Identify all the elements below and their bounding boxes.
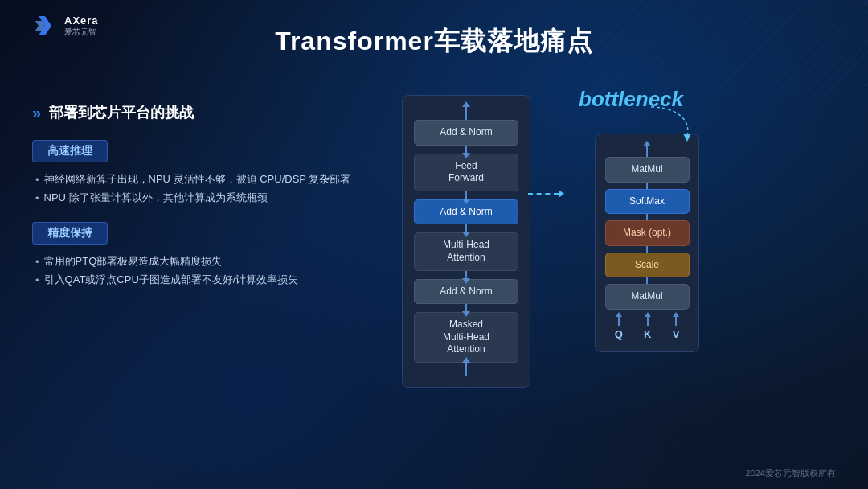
- transformer-diagram-container: Add & Norm FeedForward Add & Norm Mult: [402, 95, 530, 388]
- qkv-row: Q K: [605, 310, 690, 340]
- axera-logo-icon: [32, 13, 58, 39]
- svg-marker-2: [683, 134, 691, 142]
- speed-bullet-1: 神经网络新算子出现，NPU 灵活性不够，被迫 CPU/DSP 复杂部署: [35, 171, 370, 189]
- attn-matmul-1: MatMul: [605, 157, 690, 183]
- v-label: V: [673, 328, 680, 340]
- transformer-diagram: Add & Norm FeedForward Add & Norm Mult: [402, 95, 530, 388]
- block-accuracy: 精度保持 常用的PTQ部署极易造成大幅精度损失 引入QAT或浮点CPU子图造成部…: [32, 222, 370, 290]
- k-label: K: [644, 328, 651, 340]
- chevron-icon: »: [32, 104, 41, 122]
- accuracy-bullet-1: 常用的PTQ部署极易造成大幅精度损失: [35, 253, 370, 271]
- accuracy-bullets: 常用的PTQ部署极易造成大幅精度损失 引入QAT或浮点CPU子图造成部署不友好/…: [32, 253, 370, 290]
- attention-diagram: MatMul SoftMax Mask (opt.) Scale MatMul: [595, 134, 699, 352]
- dashed-connector-svg: [643, 103, 707, 143]
- side-connector: [528, 190, 564, 198]
- block-speed: 高速推理 神经网络新算子出现，NPU 灵活性不够，被迫 CPU/DSP 复杂部署…: [32, 140, 370, 208]
- page-title: Transformer车载落地痛点: [275, 24, 593, 60]
- attn-softmax: SoftMax: [605, 189, 690, 215]
- attn-matmul-2: MatMul: [605, 284, 690, 310]
- section-title: 部署到芯片平台的挑战: [49, 103, 194, 122]
- attn-mask: Mask (opt.): [605, 220, 690, 246]
- speed-bullets: 神经网络新算子出现，NPU 灵活性不够，被迫 CPU/DSP 复杂部署 NPU …: [32, 171, 370, 208]
- logo-en: AXera: [64, 15, 99, 27]
- attn-scale: Scale: [605, 253, 690, 278]
- tag-speed: 高速推理: [32, 140, 108, 162]
- section-header: » 部署到芯片平台的挑战: [32, 103, 370, 122]
- block-masked-multihead: MaskedMulti-HeadAttention: [414, 312, 518, 363]
- block-add-norm-1: Add & Norm: [414, 120, 518, 146]
- left-panel: » 部署到芯片平台的挑战 高速推理 神经网络新算子出现，NPU 灵活性不够，被迫…: [32, 95, 370, 304]
- tag-accuracy: 精度保持: [32, 222, 108, 244]
- right-panel: Add & Norm FeedForward Add & Norm Mult: [402, 95, 836, 388]
- connector-space: [555, 95, 571, 159]
- block-feed-forward: FeedForward: [414, 154, 518, 191]
- logo-zh: 爱芯元智: [64, 27, 99, 36]
- bottleneck-area: bottleneck MatMul: [595, 95, 699, 352]
- accuracy-bullet-2: 引入QAT或浮点CPU子图造成部署不友好/计算效率损失: [35, 271, 370, 290]
- main-area: » 部署到芯片平台的挑战 高速推理 神经网络新算子出现，NPU 灵活性不够，被迫…: [0, 39, 868, 471]
- speed-bullet-2: NPU 除了张量计算以外，其他计算成为系统瓶颈: [35, 189, 370, 208]
- block-multihead: Multi-HeadAttention: [414, 232, 518, 270]
- logo: AXera 爱芯元智: [32, 13, 99, 39]
- attention-diagram-wrapper: MatMul SoftMax Mask (opt.) Scale MatMul: [595, 134, 699, 352]
- q-label: Q: [615, 328, 623, 340]
- footer: 2024爱芯元智版权所有: [746, 467, 836, 479]
